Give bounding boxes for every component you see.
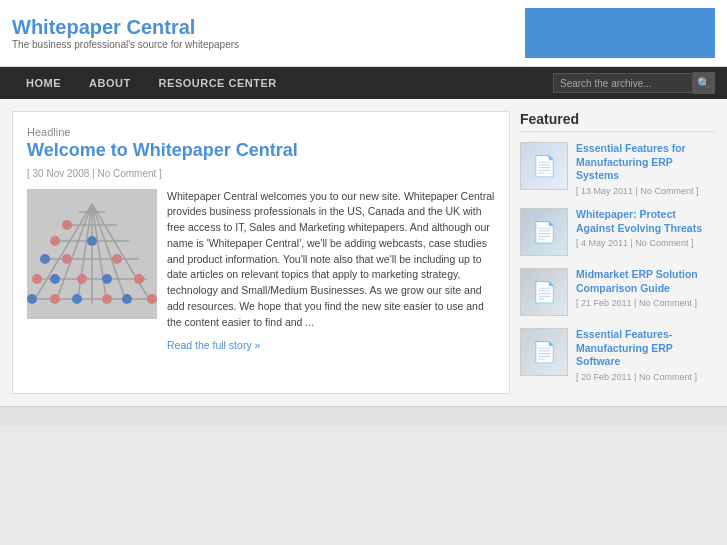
featured-meta-3: [ 21 Feb 2011 | No Comment ] xyxy=(576,298,715,308)
main-content: Headline Welcome to Whitepaper Central [… xyxy=(0,99,727,406)
nav-link-home[interactable]: HOME xyxy=(12,67,75,99)
nav-item-about[interactable]: ABOUT xyxy=(75,67,145,99)
featured-thumb-icon-4: 📄 xyxy=(521,329,567,375)
article-paragraph: Whitepaper Central welcomes you to our n… xyxy=(167,189,495,331)
featured-info-2: Whitepaper: Protect Against Evolving Thr… xyxy=(576,208,715,248)
svg-point-16 xyxy=(122,294,132,304)
search-area: 🔍 xyxy=(553,72,715,94)
svg-point-23 xyxy=(147,294,157,304)
nav-item-resource[interactable]: RESOURCE CENTER xyxy=(145,67,291,99)
article-title: Welcome to Whitepaper Central xyxy=(27,140,495,162)
article-text-content: Whitepaper Central welcomes you to our n… xyxy=(167,189,495,355)
article-column: Headline Welcome to Whitepaper Central [… xyxy=(12,111,510,394)
featured-heading: Featured xyxy=(520,111,715,132)
featured-thumb-4: 📄 xyxy=(520,328,568,376)
featured-meta-1: [ 13 May 2011 | No Comment ] xyxy=(576,186,715,196)
svg-point-19 xyxy=(40,254,50,264)
featured-thumb-3: 📄 xyxy=(520,268,568,316)
featured-item-4: 📄 Essential Features-Manufacturing ERP S… xyxy=(520,328,715,382)
svg-point-14 xyxy=(27,294,37,304)
featured-info-3: Midmarket ERP Solution Comparison Guide … xyxy=(576,268,715,308)
featured-title-4[interactable]: Essential Features-Manufacturing ERP Sof… xyxy=(576,328,715,369)
svg-point-18 xyxy=(102,274,112,284)
featured-title-2[interactable]: Whitepaper: Protect Against Evolving Thr… xyxy=(576,208,715,235)
svg-point-20 xyxy=(87,236,97,246)
logo-text-plain: Whitepaper xyxy=(12,16,121,38)
svg-point-21 xyxy=(50,294,60,304)
svg-point-15 xyxy=(72,294,82,304)
read-more-link[interactable]: Read the full story » xyxy=(167,338,495,354)
article-image xyxy=(27,189,157,319)
search-input[interactable] xyxy=(553,73,693,93)
page-wrapper: Whitepaper Central The business professi… xyxy=(0,0,727,545)
site-header: Whitepaper Central The business professi… xyxy=(0,0,727,67)
logo-tagline: The business professional's source for w… xyxy=(12,39,525,50)
featured-thumb-icon-3: 📄 xyxy=(521,269,567,315)
featured-meta-2: [ 4 May 2011 | No Comment ] xyxy=(576,238,715,248)
featured-info-1: Essential Features for Manufacturing ERP… xyxy=(576,142,715,196)
featured-thumb-icon-2: 📄 xyxy=(521,209,567,255)
featured-item-3: 📄 Midmarket ERP Solution Comparison Guid… xyxy=(520,268,715,316)
featured-thumb-icon-1: 📄 xyxy=(521,143,567,189)
featured-thumb-1: 📄 xyxy=(520,142,568,190)
svg-point-17 xyxy=(50,274,60,284)
nav-link-about[interactable]: ABOUT xyxy=(75,67,145,99)
featured-title-1[interactable]: Essential Features for Manufacturing ERP… xyxy=(576,142,715,183)
svg-point-25 xyxy=(77,274,87,284)
featured-item-2: 📄 Whitepaper: Protect Against Evolving T… xyxy=(520,208,715,256)
featured-thumb-2: 📄 xyxy=(520,208,568,256)
svg-point-24 xyxy=(32,274,42,284)
svg-point-30 xyxy=(62,220,72,230)
svg-point-29 xyxy=(50,236,60,246)
site-logo: Whitepaper Central xyxy=(12,16,525,39)
article-body: Whitepaper Central welcomes you to our n… xyxy=(27,189,495,355)
featured-info-4: Essential Features-Manufacturing ERP Sof… xyxy=(576,328,715,382)
headline-label: Headline xyxy=(27,126,495,138)
main-nav: HOME ABOUT RESOURCE CENTER 🔍 xyxy=(0,67,727,99)
svg-point-27 xyxy=(62,254,72,264)
bottom-bar xyxy=(0,406,727,426)
header-banner-ad xyxy=(525,8,715,58)
article-meta: [ 30 Nov 2008 | No Comment ] xyxy=(27,168,495,179)
search-button[interactable]: 🔍 xyxy=(693,72,715,94)
featured-column: Featured 📄 Essential Features for Manufa… xyxy=(520,111,715,394)
svg-point-26 xyxy=(134,274,144,284)
network-graphic xyxy=(27,189,157,319)
nav-item-home[interactable]: HOME xyxy=(12,67,75,99)
logo-area: Whitepaper Central The business professi… xyxy=(12,16,525,50)
svg-point-28 xyxy=(112,254,122,264)
featured-title-3[interactable]: Midmarket ERP Solution Comparison Guide xyxy=(576,268,715,295)
nav-menu: HOME ABOUT RESOURCE CENTER xyxy=(12,67,553,99)
featured-meta-4: [ 20 Feb 2011 | No Comment ] xyxy=(576,372,715,382)
logo-text-highlight: Central xyxy=(121,16,195,38)
nav-link-resource[interactable]: RESOURCE CENTER xyxy=(145,67,291,99)
featured-item-1: 📄 Essential Features for Manufacturing E… xyxy=(520,142,715,196)
svg-point-22 xyxy=(102,294,112,304)
